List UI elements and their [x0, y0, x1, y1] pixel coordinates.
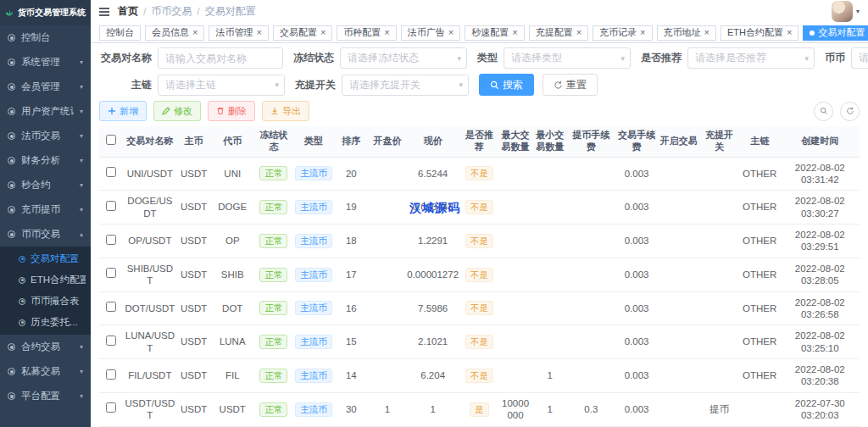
filter-recharge-switch: 充提开关 请选择充提开关 ▾ [295, 75, 469, 96]
sidebar-item-11[interactable]: 平台配置▾ [0, 384, 91, 408]
row-checkbox[interactable] [106, 369, 116, 380]
select-all-checkbox[interactable] [106, 135, 116, 145]
cell-status: 正常 [254, 359, 294, 393]
row-checkbox[interactable] [106, 268, 116, 278]
close-icon[interactable]: × [256, 28, 261, 37]
table-row: FIL/USDTUSDTFIL正常主流币146.204不是10.003OTHER… [99, 359, 860, 393]
avatar[interactable] [832, 1, 853, 22]
cell-max_qty [498, 157, 533, 191]
tab-7[interactable]: 充提配置× [529, 25, 588, 41]
edit-button[interactable]: 修改 [153, 101, 201, 121]
row-checkbox[interactable] [106, 336, 116, 346]
sidebar-item-10[interactable]: 私募交易▾ [0, 359, 91, 384]
sidebar-item-label: 充币提币 [21, 203, 60, 216]
tab-3[interactable]: 交易配置× [273, 25, 332, 41]
cell-recharge_switch [699, 225, 739, 258]
filter-type: 类型 请选择类型 ▾ [477, 47, 631, 69]
cell-open [370, 225, 406, 258]
tab-11[interactable]: 交易对配置× [803, 25, 868, 41]
cell-open [370, 157, 406, 191]
tab-8[interactable]: 充币记录× [593, 25, 652, 41]
row-checkbox[interactable] [106, 235, 116, 245]
sidebar-item-0[interactable]: 控制台 [0, 25, 91, 50]
column-header-price: 现价 [405, 126, 460, 157]
cell-base: USDT [176, 258, 211, 291]
submenu-item-0[interactable]: 交易对配置 [0, 248, 91, 269]
chevron-down-icon: ▾ [80, 206, 83, 214]
add-button[interactable]: 新增 [99, 101, 147, 121]
close-icon[interactable]: × [787, 28, 792, 37]
chevron-up-icon: ▴ [80, 230, 83, 238]
row-select-cell [99, 191, 123, 225]
recharge-switch-select[interactable]: 请选择充提开关 ▾ [342, 75, 469, 96]
cell-recharge_switch [699, 359, 739, 393]
caret-down-icon[interactable]: ▾ [856, 8, 860, 15]
submenu-item-1[interactable]: ETH合约配置 [0, 269, 91, 291]
column-header-recharge_switch: 充提开关 [699, 126, 739, 157]
table-row: OP/USDTUSDTOP正常主流币181.2291不是0.003OTHER20… [99, 225, 860, 258]
export-button[interactable]: 导出 [262, 101, 309, 121]
breadcrumb-home[interactable]: 首页 [118, 4, 138, 19]
tab-10[interactable]: ETH合约配置× [721, 25, 798, 41]
tab-4[interactable]: 币种配置× [337, 25, 396, 41]
close-icon[interactable]: × [640, 28, 645, 37]
sidebar-item-7[interactable]: 充币提币▾ [0, 197, 91, 222]
row-checkbox[interactable] [106, 167, 116, 177]
cell-open_trade [658, 392, 699, 426]
tab-5[interactable]: 法币广告× [401, 25, 460, 41]
tab-0[interactable]: 控制台 [99, 25, 141, 41]
cell-base: USDT [176, 392, 211, 426]
tab-2[interactable]: 法币管理× [209, 25, 268, 41]
sidebar-item-6[interactable]: 秒合约▾ [0, 173, 91, 197]
sidebar-item-4[interactable]: 法币交易▾ [0, 124, 91, 148]
hamburger-icon[interactable] [99, 8, 109, 16]
cell-trade_fee: 0.003 [615, 225, 659, 258]
cell-sort: 14 [333, 359, 370, 393]
column-header-max_qty: 最大交易数量 [498, 126, 533, 157]
tab-label: ETH合约配置 [727, 26, 783, 39]
select-placeholder: 请选择类型 [511, 51, 562, 65]
row-checkbox[interactable] [106, 302, 116, 312]
edit-button-label: 修改 [174, 105, 192, 118]
trash-icon [216, 107, 225, 115]
recommend-select[interactable]: 请选择是否推荐 ▾ [687, 47, 815, 69]
delete-button[interactable]: 删除 [208, 101, 255, 121]
refresh-button[interactable] [840, 102, 860, 121]
chevron-down-icon: ▾ [80, 392, 83, 400]
row-checkbox[interactable] [106, 201, 116, 211]
tab-9[interactable]: 充币地址× [657, 25, 716, 41]
tab-1[interactable]: 会员信息× [145, 25, 204, 41]
cell-withdraw_fee: 0.3 [567, 392, 615, 426]
tab-6[interactable]: 秒速配置× [465, 25, 524, 41]
chain-select[interactable]: 请选择主链 ▾ [158, 75, 285, 96]
pair-name-label: 交易对名称 [99, 51, 152, 65]
reset-button[interactable]: 重置 [542, 74, 598, 96]
submenu-item-3[interactable]: 历史委托... [0, 312, 91, 333]
search-button[interactable]: 搜索 [479, 74, 534, 96]
row-checkbox[interactable] [106, 402, 116, 413]
close-icon[interactable]: × [320, 28, 326, 37]
sidebar-item-5[interactable]: 财务分析▾ [0, 148, 91, 173]
type-select[interactable]: 请选择类型 ▾ [504, 47, 631, 69]
close-icon[interactable]: × [384, 28, 389, 37]
coin-select[interactable]: 请选择币币 ▾ [851, 47, 868, 69]
sidebar-item-1[interactable]: 系统管理▾ [0, 50, 91, 75]
sidebar-item-9[interactable]: 合约交易▾ [0, 335, 91, 359]
toggle-search-button[interactable] [814, 102, 833, 121]
delete-button-label: 删除 [228, 105, 247, 118]
close-icon[interactable]: × [576, 28, 581, 37]
freeze-status-select[interactable]: 请选择冻结状态 ▾ [340, 47, 467, 69]
submenu-item-2[interactable]: 币币撮合表 [0, 291, 91, 312]
sidebar-item-8[interactable]: 币币交易▴ [0, 222, 91, 247]
active-tab-dot [810, 30, 815, 36]
sidebar-item-2[interactable]: 会员管理▾ [0, 75, 91, 99]
sidebar-item-3[interactable]: 用户资产统计▾ [0, 99, 91, 124]
cell-withdraw_fee [567, 157, 615, 191]
close-icon[interactable]: × [704, 28, 709, 37]
close-icon[interactable]: × [512, 28, 517, 37]
close-icon[interactable]: × [192, 28, 198, 37]
close-icon[interactable]: × [448, 28, 453, 37]
cell-base: USDT [176, 291, 211, 325]
gear-icon [8, 108, 15, 115]
pair-name-input[interactable] [158, 47, 283, 69]
